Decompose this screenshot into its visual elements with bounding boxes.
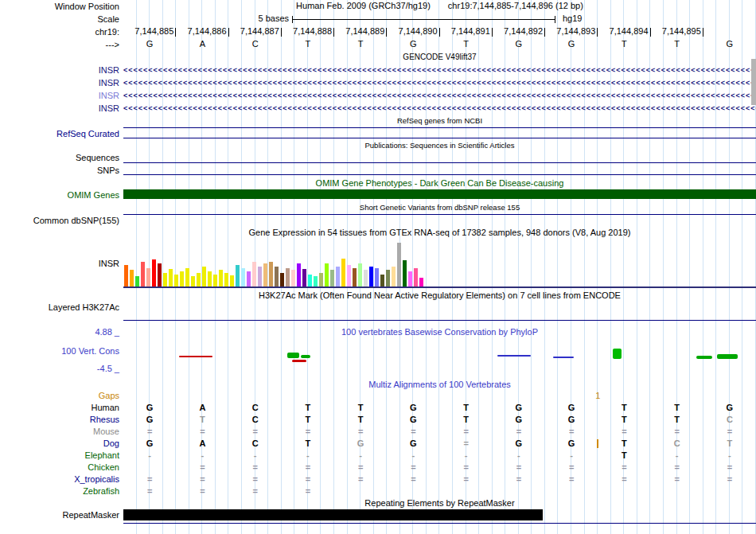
species-label-mouse[interactable]: Mouse xyxy=(0,426,119,438)
track-label-repeatmasker[interactable]: RepeatMasker xyxy=(0,510,119,520)
gtex-expression-bar[interactable] xyxy=(358,263,362,286)
gtex-expression-bar[interactable] xyxy=(163,273,167,286)
alignment-base[interactable]: - xyxy=(387,450,439,462)
gtex-expression-bar[interactable] xyxy=(369,267,373,286)
alignment-base[interactable]: - xyxy=(545,450,598,462)
alignment-base[interactable]: T xyxy=(334,414,387,426)
alignment-base[interactable]: G xyxy=(545,438,598,450)
alignment-base[interactable]: G xyxy=(334,438,387,450)
alignment-base[interactable]: = xyxy=(703,462,756,474)
gtex-expression-bar[interactable] xyxy=(263,263,267,286)
alignment-base[interactable]: - xyxy=(123,450,176,462)
gtex-expression-bar[interactable] xyxy=(224,273,228,286)
gtex-expression-bar[interactable] xyxy=(174,275,178,286)
gtex-expression-bar[interactable] xyxy=(414,268,418,286)
alignment-base[interactable]: = xyxy=(545,462,598,474)
alignment-base[interactable]: G xyxy=(493,438,545,450)
gtex-expression-bar[interactable] xyxy=(297,263,301,286)
alignment-base[interactable]: C xyxy=(229,414,282,426)
gtex-expression-bar[interactable] xyxy=(397,243,401,286)
gtex-expression-bar[interactable] xyxy=(330,270,334,286)
gtex-expression-bar[interactable] xyxy=(269,262,273,286)
alignment-base[interactable]: G xyxy=(123,438,176,450)
alignment-base[interactable]: C xyxy=(651,438,703,450)
gtex-expression-bar[interactable] xyxy=(197,273,201,286)
alignment-base[interactable]: G xyxy=(387,438,439,450)
species-label-x_tropicalis[interactable]: X_tropicalis xyxy=(0,474,119,485)
alignment-base[interactable]: T xyxy=(282,414,334,426)
alignment-base[interactable]: G xyxy=(545,402,598,414)
alignment-base[interactable]: = xyxy=(598,474,650,485)
alignment-base[interactable]: - xyxy=(493,450,545,462)
gtex-expression-bar[interactable] xyxy=(325,263,329,286)
alignment-base[interactable]: = xyxy=(493,462,545,474)
alignment-base[interactable]: T xyxy=(598,414,650,426)
alignment-base[interactable]: = xyxy=(282,462,334,474)
gtex-expression-bar[interactable] xyxy=(180,271,184,286)
species-label-elephant[interactable]: Elephant xyxy=(0,450,119,462)
alignment-base[interactable]: = xyxy=(440,474,493,485)
gtex-expression-bar[interactable] xyxy=(336,267,340,286)
alignment-base[interactable]: = xyxy=(176,462,228,474)
alignment-base[interactable]: G xyxy=(123,414,176,426)
alignment-base[interactable]: T xyxy=(651,414,703,426)
gtex-expression-bar[interactable] xyxy=(347,265,351,286)
gtex-expression-bar[interactable] xyxy=(353,268,357,286)
gtex-expression-bar[interactable] xyxy=(252,262,256,286)
alignment-base[interactable]: G xyxy=(493,402,545,414)
gtex-expression-bar[interactable] xyxy=(247,271,251,286)
gtex-expression-bar[interactable] xyxy=(341,259,345,286)
alignment-base[interactable]: G xyxy=(123,402,176,414)
alignment-base[interactable]: T xyxy=(334,402,387,414)
alignment-base[interactable]: A xyxy=(176,438,228,450)
transcript-exon-arrows[interactable]: <<<<<<<<<<<<<<<<<<<<<<<<<<<<<<<<<<<<<<<<… xyxy=(123,76,756,89)
alignment-base[interactable]: = xyxy=(440,438,493,450)
gtex-expression-bar[interactable] xyxy=(135,276,139,286)
gtex-expression-bar[interactable] xyxy=(364,270,368,286)
alignment-base[interactable]: = xyxy=(387,426,439,438)
alignment-base[interactable]: = xyxy=(703,474,756,485)
alignment-base[interactable]: G xyxy=(387,414,439,426)
alignment-base[interactable]: = xyxy=(651,426,703,438)
species-label-zebrafish[interactable]: Zebrafish xyxy=(0,485,119,497)
alignment-base[interactable]: = xyxy=(282,474,334,485)
gtex-expression-bar[interactable] xyxy=(291,270,295,286)
alignment-base[interactable]: - xyxy=(440,450,493,462)
gene-label-insr[interactable]: INSR xyxy=(0,76,119,89)
gtex-expression-bar[interactable] xyxy=(419,278,423,286)
alignment-base[interactable]: - xyxy=(229,450,282,462)
alignment-base[interactable]: = xyxy=(176,485,228,497)
gtex-expression-bar[interactable] xyxy=(375,268,379,286)
gtex-expression-bar[interactable] xyxy=(146,268,150,286)
species-label-rhesus[interactable]: Rhesus xyxy=(0,414,119,426)
alignment-base[interactable]: = xyxy=(334,474,387,485)
alignment-base[interactable]: = xyxy=(229,462,282,474)
gtex-expression-bar[interactable] xyxy=(280,273,284,286)
alignment-base[interactable]: = xyxy=(334,426,387,438)
species-label-human[interactable]: Human xyxy=(0,402,119,414)
gtex-expression-bar[interactable] xyxy=(191,276,195,286)
alignment-base[interactable]: = xyxy=(282,485,334,497)
gtex-expression-bar[interactable] xyxy=(185,268,189,286)
gtex-expression-bar[interactable] xyxy=(130,270,134,286)
alignment-base[interactable]: T xyxy=(651,402,703,414)
alignment-base[interactable]: C xyxy=(229,402,282,414)
alignment-base[interactable]: = xyxy=(334,462,387,474)
species-label-chicken[interactable]: Chicken xyxy=(0,462,119,474)
track-label-phylop[interactable]: 100 Vert. Cons xyxy=(0,346,119,357)
alignment-base[interactable]: = xyxy=(123,474,176,485)
track-label-gtex-gene[interactable]: INSR xyxy=(0,259,119,269)
alignment-base[interactable]: = xyxy=(387,474,439,485)
alignment-base[interactable]: = xyxy=(545,426,598,438)
alignment-base[interactable]: = xyxy=(598,462,650,474)
gtex-expression-bar[interactable] xyxy=(141,262,145,286)
transcript-exon-arrows[interactable]: <<<<<<<<<<<<<<<<<<<<<<<<<<<<<<<<<<<<<<<<… xyxy=(123,89,756,102)
alignment-base[interactable]: A xyxy=(176,402,228,414)
gtex-expression-bar[interactable] xyxy=(241,268,245,286)
gtex-expression-bar[interactable] xyxy=(308,275,312,286)
gene-label-insr[interactable]: INSR xyxy=(0,89,119,102)
gtex-expression-bar[interactable] xyxy=(302,269,306,286)
gene-label-insr[interactable]: INSR xyxy=(0,64,119,76)
track-label-h3k27ac[interactable]: Layered H3K27Ac xyxy=(0,302,119,313)
alignment-base[interactable]: G xyxy=(545,414,598,426)
